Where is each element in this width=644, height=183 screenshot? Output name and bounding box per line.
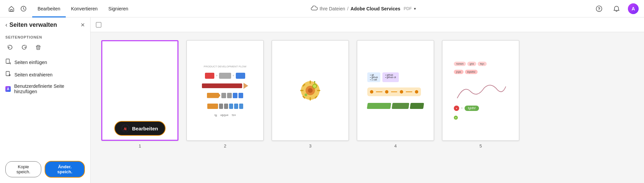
- page-number-2: 2: [224, 143, 226, 148]
- svg-rect-20: [300, 90, 304, 91]
- sidebar-footer: Kopie speich. Änder. speich.: [0, 156, 90, 178]
- pages-grid: Bearbeiten 1 PRODUCT DEVELOPMENT FLOW +: [91, 32, 644, 157]
- close-icon: ✕: [80, 22, 85, 28]
- main-layout: ‹ Seiten verwalten ✕ SEITENOPTIONEN: [0, 17, 644, 183]
- svg-point-28: [314, 81, 315, 82]
- sidebar: ‹ Seiten verwalten ✕ SEITENOPTIONEN: [0, 17, 91, 183]
- seiten-einfuegen-item[interactable]: Seiten einfügen: [0, 56, 90, 68]
- page-thumb-1[interactable]: Bearbeiten: [101, 40, 178, 141]
- breadcrumb: Ihre Dateien / Adobe Cloud Services PDF …: [311, 6, 416, 12]
- seiten-extrahieren-item[interactable]: Seiten extrahieren: [0, 68, 90, 81]
- content-area: Bearbeiten 1 PRODUCT DEVELOPMENT FLOW +: [91, 17, 644, 183]
- seiten-einfuegen-label: Seiten einfügen: [14, 60, 47, 65]
- avatar[interactable]: A: [628, 3, 639, 14]
- breadcrumb-sep: /: [347, 6, 348, 11]
- seiten-extrahieren-label: Seiten extrahieren: [14, 72, 53, 77]
- page-item-2: PRODUCT DEVELOPMENT FLOW + +: [186, 40, 264, 148]
- nav-konvertieren[interactable]: Konvertieren: [66, 0, 103, 17]
- breadcrumb-dropdown[interactable]: ▾: [414, 6, 416, 11]
- svg-rect-9: [6, 59, 9, 63]
- insert-pages-icon: [5, 59, 11, 66]
- select-all-checkbox[interactable]: [96, 22, 101, 27]
- doc-type: PDF: [404, 6, 412, 11]
- section-label: SEITENOPTIONEN: [0, 33, 90, 41]
- benutzerdefinierte-seite-label: Benutzerdefinierte Seite hinzufügen: [14, 83, 85, 94]
- page-content-2: PRODUCT DEVELOPMENT FLOW + +: [193, 47, 257, 134]
- nav-signieren[interactable]: Signieren: [103, 0, 133, 17]
- svg-rect-0: [11, 9, 12, 11]
- page-number-4: 4: [394, 143, 396, 148]
- svg-point-26: [313, 84, 317, 88]
- benutzerdefinierte-seite-item[interactable]: A Benutzerdefinierte Seite hinzufügen: [0, 81, 90, 97]
- extract-pages-icon: [5, 71, 11, 78]
- sidebar-tools: [0, 41, 90, 56]
- page-thumb-2[interactable]: PRODUCT DEVELOPMENT FLOW + +: [186, 40, 264, 141]
- nav-right: ? A: [593, 3, 639, 15]
- edit-overlay-button[interactable]: Bearbeiten: [114, 121, 166, 136]
- sidebar-header: ‹ Seiten verwalten ✕: [0, 21, 90, 33]
- svg-text:?: ?: [598, 6, 600, 11]
- help-button[interactable]: ?: [593, 3, 605, 15]
- svg-rect-19: [310, 97, 311, 101]
- page-number-1: 1: [139, 143, 141, 148]
- nav-center: Ihre Dateien / Adobe Cloud Services PDF …: [133, 6, 593, 12]
- page-number-3: 3: [309, 143, 311, 148]
- cloud-icon: [311, 6, 318, 12]
- page-thumb-5[interactable]: hbhbh ghk fkjn jnpk klpklfsl: [442, 40, 519, 141]
- page-content-5: hbhbh ghk fkjn jnpk klpklfsl: [449, 47, 513, 134]
- history-button[interactable]: [17, 3, 30, 15]
- page-thumb-4[interactable]: • git • github • 1 call • github • githu…: [357, 40, 434, 141]
- page-item-5: hbhbh ghk fkjn jnpk klpklfsl: [442, 40, 519, 148]
- top-nav: Bearbeiten Konvertieren Signieren Ihre D…: [0, 0, 644, 17]
- page-thumb-3[interactable]: [272, 40, 349, 141]
- custom-page-icon: A: [5, 86, 11, 92]
- adobe-logo-icon: [122, 125, 129, 132]
- sidebar-close-button[interactable]: ✕: [80, 22, 85, 28]
- redo-button[interactable]: [19, 43, 29, 52]
- svg-rect-21: [317, 90, 320, 91]
- svg-point-29: [305, 94, 307, 96]
- home-button[interactable]: [5, 3, 17, 15]
- svg-text:A: A: [632, 6, 635, 11]
- nav-menu: Bearbeiten Konvertieren Signieren: [32, 0, 133, 17]
- files-label: Ihre Dateien: [320, 6, 345, 11]
- page-number-5: 5: [479, 143, 482, 148]
- back-arrow-icon: ‹: [5, 21, 7, 28]
- page-content-3: [278, 47, 342, 134]
- nav-bearbeiten[interactable]: Bearbeiten: [32, 0, 66, 17]
- svg-point-17: [308, 88, 313, 93]
- svg-rect-6: [36, 46, 41, 47]
- delete-button[interactable]: [34, 43, 43, 52]
- aenderungen-speichern-button[interactable]: Änder. speich.: [45, 161, 85, 178]
- edit-button-label: Bearbeiten: [132, 126, 158, 131]
- page-item-3: 3: [272, 40, 349, 148]
- kopie-speichern-button[interactable]: Kopie speich.: [5, 161, 41, 177]
- page-content-4: • git • github • 1 call • github • githu…: [364, 47, 427, 134]
- page-item-1: Bearbeiten 1: [101, 40, 178, 148]
- svg-rect-18: [310, 80, 311, 84]
- doc-name: Adobe Cloud Services: [351, 6, 400, 11]
- content-toolbar: [91, 17, 644, 32]
- undo-button[interactable]: [5, 43, 15, 52]
- page-item-4: • git • github • 1 call • github • githu…: [357, 40, 434, 148]
- notification-button[interactable]: [610, 3, 623, 15]
- sidebar-title: Seiten verwalten: [9, 21, 57, 28]
- sidebar-back-button[interactable]: ‹ Seiten verwalten: [5, 21, 57, 28]
